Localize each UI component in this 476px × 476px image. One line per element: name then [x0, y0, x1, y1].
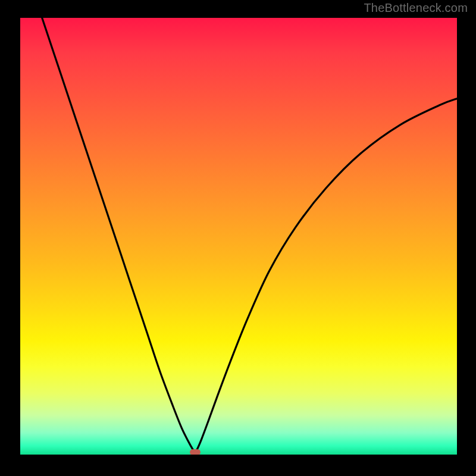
watermark-text: TheBottleneck.com: [364, 1, 468, 15]
bottleneck-curve: [20, 18, 457, 455]
plot-area: [20, 18, 457, 455]
optimal-point-marker: [190, 449, 201, 455]
